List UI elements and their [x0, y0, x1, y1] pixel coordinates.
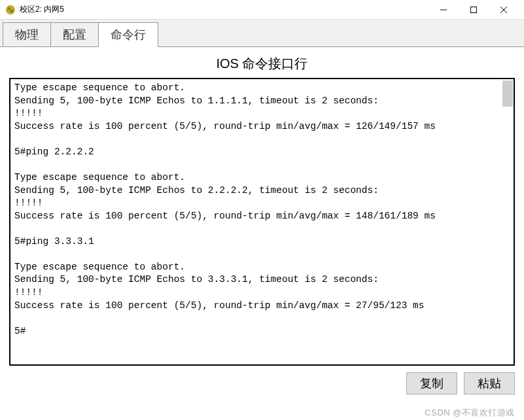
svg-rect-4: [471, 7, 477, 12]
copy-button[interactable]: 复制: [406, 372, 457, 394]
minimize-button[interactable]: [428, 0, 459, 20]
maximize-button[interactable]: [459, 0, 489, 20]
tab-bar: 物理 配置 命令行: [0, 20, 524, 47]
tab-config[interactable]: 配置: [50, 22, 99, 46]
terminal-output[interactable]: Type escape sequence to abort. Sending 5…: [9, 78, 515, 366]
tab-physical[interactable]: 物理: [3, 22, 51, 46]
svg-point-0: [6, 5, 15, 14]
paste-button[interactable]: 粘贴: [464, 372, 515, 394]
terminal-container: Type escape sequence to abort. Sending 5…: [9, 78, 515, 366]
tab-cli[interactable]: 命令行: [98, 22, 158, 47]
panel-title: IOS 命令接口行: [9, 55, 515, 73]
window-title: 校区2: 内网5: [20, 4, 428, 15]
button-row: 复制 粘贴: [9, 372, 515, 394]
watermark: CSDN @不喜欢打游戏: [425, 407, 515, 419]
window-controls: [428, 0, 519, 19]
close-button[interactable]: [489, 0, 519, 20]
content-area: IOS 命令接口行 Type escape sequence to abort.…: [0, 47, 524, 401]
svg-point-1: [8, 7, 10, 10]
svg-point-2: [10, 10, 13, 12]
titlebar: 校区2: 内网5: [0, 0, 524, 20]
scrollbar-thumb[interactable]: [502, 80, 513, 107]
app-icon: [5, 5, 16, 15]
